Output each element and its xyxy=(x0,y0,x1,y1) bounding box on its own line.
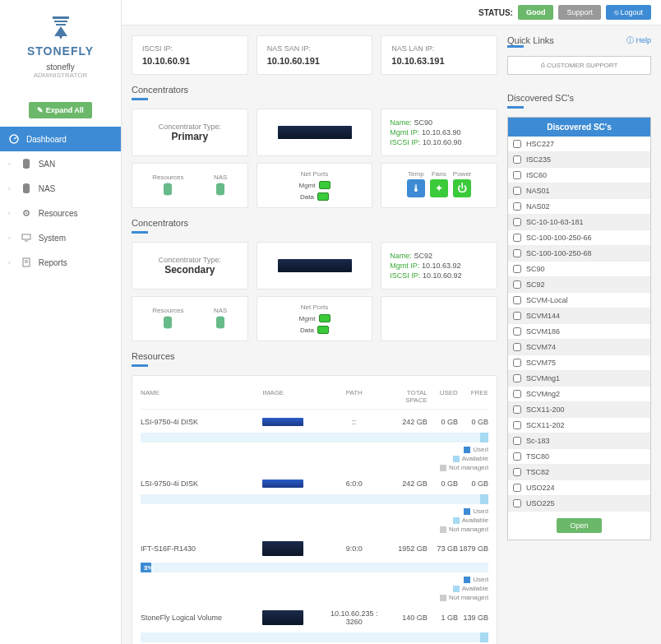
nav-nas[interactable]: › NAS xyxy=(0,176,121,201)
resources-panel: NAME IMAGE PATH TOTAL SPACE USED FREE LS… xyxy=(132,375,497,644)
netports-card: Net Ports Mgmt Data xyxy=(257,296,373,341)
support-button[interactable]: Support xyxy=(558,5,601,20)
list-item[interactable]: SCVM75 xyxy=(508,355,650,371)
list-item[interactable]: SC92 xyxy=(508,277,650,293)
nav-san[interactable]: › SAN xyxy=(0,151,121,176)
list-item[interactable]: SCX11-202 xyxy=(508,418,650,433)
sc-checkbox[interactable] xyxy=(513,374,521,382)
sc-name: SC90 xyxy=(526,265,545,273)
sc-name: SCVM186 xyxy=(526,327,560,336)
legend-swatch-available xyxy=(453,586,460,592)
list-item[interactable]: NAS01 xyxy=(508,183,650,199)
sc-checkbox[interactable] xyxy=(513,280,521,289)
stats-card: Temp🌡 Fans✦ Power⏻ xyxy=(381,163,497,208)
list-item[interactable]: ISC235 xyxy=(508,152,650,168)
sc-checkbox[interactable] xyxy=(513,359,521,367)
cell-name: LSI-9750-4i DISK xyxy=(141,480,262,488)
list-item[interactable]: USO224 xyxy=(508,480,650,496)
list-item[interactable]: SC-100-100-250-68 xyxy=(508,246,650,262)
cell-total: 1952 GB xyxy=(385,544,428,553)
list-item[interactable]: SCVM74 xyxy=(508,340,650,355)
list-item[interactable]: SCX11-200 xyxy=(508,402,650,418)
list-item[interactable]: SC-10-10-63-181 xyxy=(508,215,650,230)
nav-dashboard[interactable]: Dashboard xyxy=(0,127,121,151)
sc-name: NAS01 xyxy=(526,187,550,195)
help-link[interactable]: ⓘ Help xyxy=(626,35,651,46)
list-item[interactable]: NAS02 xyxy=(508,199,650,215)
list-item[interactable]: SCVMng1 xyxy=(508,371,650,387)
sc-name: ISC60 xyxy=(526,171,547,179)
svg-point-30 xyxy=(216,325,224,329)
list-item[interactable]: SCVM144 xyxy=(508,308,650,324)
open-button[interactable]: Open xyxy=(557,518,601,533)
list-item[interactable]: TSC82 xyxy=(508,465,650,480)
sc-checkbox[interactable] xyxy=(513,437,521,445)
sc-checkbox[interactable] xyxy=(513,296,521,304)
quick-links-title: Quick Links xyxy=(507,35,554,45)
list-item[interactable]: SCVMng2 xyxy=(508,387,650,402)
sc-checkbox[interactable] xyxy=(513,452,521,461)
list-item[interactable]: SC90 xyxy=(508,262,650,277)
logo-area: STONEFLY stonefly ADMINISTRATOR xyxy=(0,0,121,87)
list-item[interactable]: TSC80 xyxy=(508,449,650,465)
list-item[interactable]: SC-100-100-250-66 xyxy=(508,230,650,246)
nav-reports[interactable]: › Reports xyxy=(0,250,121,275)
nav-label: Dashboard xyxy=(26,135,67,144)
cell-total: 140 GB xyxy=(385,614,428,622)
sc-checkbox[interactable] xyxy=(513,249,521,257)
progress-bar xyxy=(141,632,488,642)
customer-support-button[interactable]: ⎙ CUSTOMER SUPPORT xyxy=(507,56,651,75)
sc-checkbox[interactable] xyxy=(513,421,521,429)
sc-checkbox[interactable] xyxy=(513,468,521,476)
svg-point-24 xyxy=(216,192,224,196)
sc-checkbox[interactable] xyxy=(513,405,521,414)
list-item[interactable]: HSC227 xyxy=(508,137,650,152)
list-item[interactable]: SCVM186 xyxy=(508,324,650,340)
progress-fill xyxy=(480,632,488,642)
sc-checkbox[interactable] xyxy=(513,171,521,179)
nav-resources[interactable]: › Resources xyxy=(0,201,121,225)
sc-checkbox[interactable] xyxy=(513,312,521,320)
ip-card: NAS SAN IP:10.10.60.191 xyxy=(257,35,373,75)
svg-point-8 xyxy=(23,165,30,169)
expand-all-button[interactable]: ✎ Expand All xyxy=(29,102,92,118)
svg-point-27 xyxy=(164,325,172,329)
resources-nas-card: Resources NAS xyxy=(132,296,248,341)
logout-button[interactable]: ⎋ Logout xyxy=(606,5,651,20)
sc-checkbox[interactable] xyxy=(513,202,521,211)
nav-label: NAS xyxy=(39,184,56,193)
sc-checkbox[interactable] xyxy=(513,499,521,507)
svg-rect-2 xyxy=(56,24,66,25)
cell-image xyxy=(262,610,323,625)
database-icon xyxy=(162,183,173,196)
center-content: ISCSI IP:10.10.60.91NAS SAN IP:10.10.60.… xyxy=(132,35,497,644)
discovered-header: Discovered SC's xyxy=(508,118,650,137)
sc-checkbox[interactable] xyxy=(513,155,521,164)
sc-checkbox[interactable] xyxy=(513,343,521,351)
sc-checkbox[interactable] xyxy=(513,484,521,492)
sc-checkbox[interactable] xyxy=(513,187,521,195)
list-item[interactable]: Sc-183 xyxy=(508,433,650,449)
svg-line-5 xyxy=(14,137,16,139)
section-underline xyxy=(132,98,148,100)
port-led-icon xyxy=(317,326,329,334)
nav-system[interactable]: › System xyxy=(0,225,121,250)
list-item[interactable]: USO225 xyxy=(508,496,650,512)
legend-swatch-used xyxy=(464,577,470,583)
col-path: PATH xyxy=(324,389,385,404)
sc-name: SCVM74 xyxy=(526,343,556,351)
sc-name: NAS02 xyxy=(526,202,550,211)
sc-name: USO224 xyxy=(526,484,555,492)
list-item[interactable]: ISC60 xyxy=(508,168,650,183)
sc-checkbox[interactable] xyxy=(513,327,521,336)
sc-checkbox[interactable] xyxy=(513,140,521,148)
chevron-right-icon: › xyxy=(8,259,11,266)
list-item[interactable]: SCVM-Local xyxy=(508,293,650,308)
sc-checkbox[interactable] xyxy=(513,218,521,226)
sc-checkbox[interactable] xyxy=(513,265,521,273)
sc-checkbox[interactable] xyxy=(513,390,521,398)
status-good-button[interactable]: Good xyxy=(518,5,554,20)
brand-name: STONEFLY xyxy=(8,44,113,58)
sc-checkbox[interactable] xyxy=(513,234,521,242)
concentrator-info-card: Name: SC90 Mgmt IP: 10.10.63.90 ISCSI IP… xyxy=(381,109,497,156)
